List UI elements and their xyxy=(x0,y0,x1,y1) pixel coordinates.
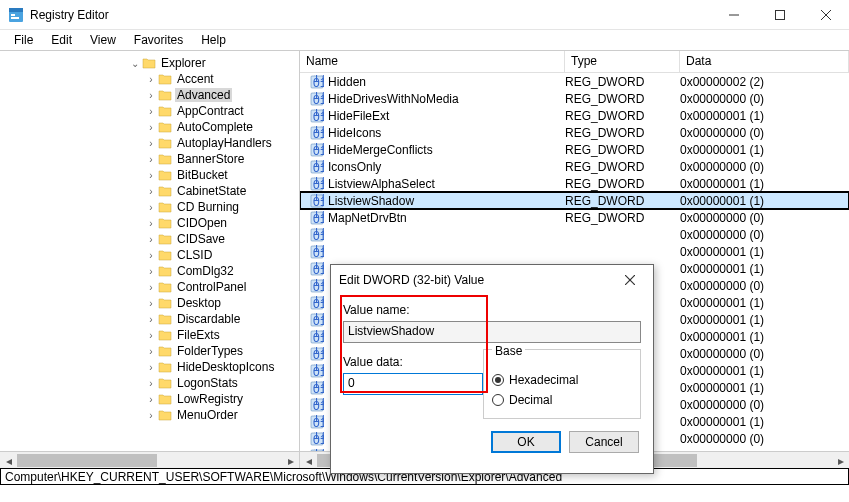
menu-file[interactable]: File xyxy=(6,31,41,49)
tree-item[interactable]: ›FolderTypes xyxy=(0,343,299,359)
tree-label: CD Burning xyxy=(175,200,241,214)
value-name-label: Value name: xyxy=(343,303,641,317)
tree-item[interactable]: ›CIDSave xyxy=(0,231,299,247)
radio-hexadecimal[interactable]: Hexadecimal xyxy=(492,370,632,390)
expand-icon[interactable]: › xyxy=(144,231,158,247)
list-row[interactable]: 110011MapNetDrvBtnREG_DWORD0x00000000 (0… xyxy=(300,209,849,226)
svg-text:011: 011 xyxy=(313,127,324,140)
base-label: Base xyxy=(492,344,525,358)
cancel-button[interactable]: Cancel xyxy=(569,431,639,453)
close-button[interactable] xyxy=(803,0,849,30)
list-row[interactable]: 1100110x00000001 (1) xyxy=(300,243,849,260)
value-data: 0x00000000 (0) xyxy=(674,398,849,412)
col-name[interactable]: Name xyxy=(300,51,565,72)
expand-icon[interactable]: › xyxy=(144,375,158,391)
menu-favorites[interactable]: Favorites xyxy=(126,31,191,49)
collapse-icon[interactable]: ⌄ xyxy=(128,55,142,71)
expand-icon[interactable]: › xyxy=(144,103,158,119)
expand-icon[interactable]: › xyxy=(144,391,158,407)
tree-item[interactable]: ›MenuOrder xyxy=(0,407,299,423)
list-row[interactable]: 110011ListviewAlphaSelectREG_DWORD0x0000… xyxy=(300,175,849,192)
value-data: 0x00000000 (0) xyxy=(674,92,849,106)
expand-icon[interactable]: › xyxy=(144,279,158,295)
expand-icon[interactable]: › xyxy=(144,359,158,375)
list-row[interactable]: 110011HideMergeConflictsREG_DWORD0x00000… xyxy=(300,141,849,158)
value-name-input[interactable]: ListviewShadow xyxy=(343,321,641,343)
tree-item[interactable]: ›AutoComplete xyxy=(0,119,299,135)
list-row[interactable]: 110011HiddenREG_DWORD0x00000002 (2) xyxy=(300,73,849,90)
titlebar: Registry Editor xyxy=(0,0,849,30)
tree-item[interactable]: ›HideDesktopIcons xyxy=(0,359,299,375)
tree-item[interactable]: ›Accent xyxy=(0,71,299,87)
expand-icon[interactable]: › xyxy=(144,119,158,135)
minimize-button[interactable] xyxy=(711,0,757,30)
value-data-input[interactable]: 0 xyxy=(343,373,483,395)
svg-text:011: 011 xyxy=(313,314,324,327)
expand-icon[interactable]: › xyxy=(144,183,158,199)
scroll-thumb[interactable] xyxy=(17,454,157,467)
scroll-right-icon[interactable]: ▸ xyxy=(832,452,849,468)
expand-icon[interactable]: › xyxy=(144,135,158,151)
tree-item[interactable]: ›LowRegistry xyxy=(0,391,299,407)
tree-item-explorer[interactable]: ⌄Explorer xyxy=(0,55,299,71)
tree-pane[interactable]: ⌄Explorer›Accent›Advanced›AppContract›Au… xyxy=(0,51,300,468)
expand-icon[interactable]: › xyxy=(144,71,158,87)
tree-hscroll[interactable]: ◂ ▸ xyxy=(0,451,299,468)
list-row[interactable]: 110011ListviewShadowREG_DWORD0x00000001 … xyxy=(300,192,849,209)
expand-icon[interactable]: › xyxy=(144,87,158,103)
expand-icon[interactable]: › xyxy=(144,263,158,279)
list-row[interactable]: 1100110x00000000 (0) xyxy=(300,226,849,243)
tree-item[interactable]: ›CIDOpen xyxy=(0,215,299,231)
tree-label: Advanced xyxy=(175,88,232,102)
menu-help[interactable]: Help xyxy=(193,31,234,49)
list-row[interactable]: 110011IconsOnlyREG_DWORD0x00000000 (0) xyxy=(300,158,849,175)
value-data: 0x00000001 (1) xyxy=(674,143,849,157)
expand-icon[interactable]: › xyxy=(144,295,158,311)
expand-icon[interactable]: › xyxy=(144,327,158,343)
tree-item[interactable]: ›ControlPanel xyxy=(0,279,299,295)
expand-icon[interactable]: › xyxy=(144,215,158,231)
list-row[interactable]: 110011HideDrivesWithNoMediaREG_DWORD0x00… xyxy=(300,90,849,107)
tree-item[interactable]: ›BannerStore xyxy=(0,151,299,167)
expand-icon[interactable]: › xyxy=(144,311,158,327)
value-type: REG_DWORD xyxy=(559,109,674,123)
tree-item[interactable]: ›FileExts xyxy=(0,327,299,343)
value-type: REG_DWORD xyxy=(559,194,674,208)
expand-icon[interactable]: › xyxy=(144,151,158,167)
scroll-left-icon[interactable]: ◂ xyxy=(0,452,17,468)
list-row[interactable]: 110011HideIconsREG_DWORD0x00000000 (0) xyxy=(300,124,849,141)
tree-item[interactable]: ›BitBucket xyxy=(0,167,299,183)
tree-label: HideDesktopIcons xyxy=(175,360,276,374)
tree-label: FileExts xyxy=(175,328,222,342)
tree-item[interactable]: ›CLSID xyxy=(0,247,299,263)
col-data[interactable]: Data xyxy=(680,51,849,72)
menu-edit[interactable]: Edit xyxy=(43,31,80,49)
tree-item[interactable]: ›AppContract xyxy=(0,103,299,119)
svg-text:011: 011 xyxy=(313,280,324,293)
value-type: REG_DWORD xyxy=(559,75,674,89)
dialog-close-button[interactable] xyxy=(615,265,645,295)
tree-item[interactable]: ›CD Burning xyxy=(0,199,299,215)
tree-item[interactable]: ›AutoplayHandlers xyxy=(0,135,299,151)
col-type[interactable]: Type xyxy=(565,51,680,72)
tree-item[interactable]: ›LogonStats xyxy=(0,375,299,391)
maximize-button[interactable] xyxy=(757,0,803,30)
tree-item[interactable]: ›ComDlg32 xyxy=(0,263,299,279)
value-name: ListviewAlphaSelect xyxy=(328,177,435,191)
expand-icon[interactable]: › xyxy=(144,407,158,423)
tree-item[interactable]: ›Discardable xyxy=(0,311,299,327)
expand-icon[interactable]: › xyxy=(144,167,158,183)
expand-icon[interactable]: › xyxy=(144,247,158,263)
tree-item[interactable]: ›Desktop xyxy=(0,295,299,311)
expand-icon[interactable]: › xyxy=(144,343,158,359)
list-row[interactable]: 110011HideFileExtREG_DWORD0x00000001 (1) xyxy=(300,107,849,124)
radio-decimal[interactable]: Decimal xyxy=(492,390,632,410)
scroll-left-icon[interactable]: ◂ xyxy=(300,452,317,468)
tree-item[interactable]: ›CabinetState xyxy=(0,183,299,199)
tree-label: AppContract xyxy=(175,104,246,118)
ok-button[interactable]: OK xyxy=(491,431,561,453)
tree-item[interactable]: ›Advanced xyxy=(0,87,299,103)
expand-icon[interactable]: › xyxy=(144,199,158,215)
scroll-right-icon[interactable]: ▸ xyxy=(282,452,299,468)
menu-view[interactable]: View xyxy=(82,31,124,49)
